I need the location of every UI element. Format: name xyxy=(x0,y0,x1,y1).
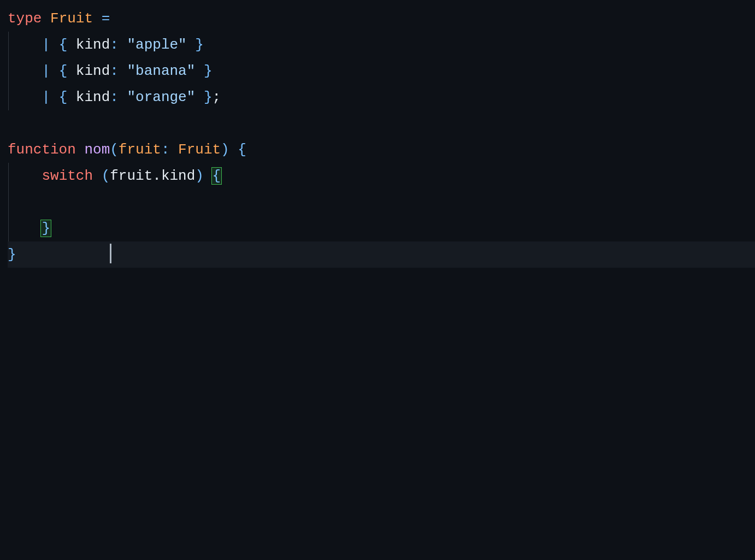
function-name: nom xyxy=(84,142,110,158)
code-line[interactable]: | { kind: "apple" } xyxy=(8,32,755,58)
equals-operator: = xyxy=(102,10,110,27)
open-paren: ( xyxy=(102,168,110,184)
close-brace: } xyxy=(8,246,16,263)
open-paren: ( xyxy=(110,142,119,158)
code-line[interactable]: function nom(fruit: Fruit) { xyxy=(8,137,755,163)
union-pipe: | xyxy=(42,89,50,105)
bracket-match-open: { xyxy=(211,167,222,185)
union-pipe: | xyxy=(42,63,50,79)
code-line[interactable]: | { kind: "orange" }; xyxy=(8,84,755,110)
keyword-switch: switch xyxy=(42,168,93,184)
close-paren: ) xyxy=(221,142,229,158)
parameter-name: fruit xyxy=(119,142,161,158)
property-access: kind xyxy=(161,168,195,184)
property-kind: kind xyxy=(76,63,110,79)
keyword-function: function xyxy=(8,142,76,158)
string-literal: "orange" xyxy=(127,89,196,105)
code-editor[interactable]: type Fruit = | { kind: "apple" } | { kin… xyxy=(0,0,755,268)
open-brace: { xyxy=(59,89,68,105)
variable-name: fruit xyxy=(110,168,152,184)
code-line-active[interactable] xyxy=(8,189,755,215)
close-brace: } xyxy=(195,37,204,53)
code-line[interactable] xyxy=(8,110,755,137)
union-pipe: | xyxy=(42,37,50,53)
text-cursor xyxy=(110,244,111,263)
code-line[interactable]: type Fruit = xyxy=(8,5,755,32)
close-paren: ) xyxy=(195,168,204,184)
string-literal: "apple" xyxy=(127,37,187,53)
code-line[interactable]: } xyxy=(8,241,755,268)
open-brace: { xyxy=(59,63,68,79)
type-reference: Fruit xyxy=(178,142,221,158)
code-line[interactable]: | { kind: "banana" } xyxy=(8,58,755,84)
property-kind: kind xyxy=(76,89,110,105)
open-brace: { xyxy=(59,37,68,53)
semicolon: ; xyxy=(213,89,221,105)
code-line[interactable]: } xyxy=(8,215,755,241)
close-brace: } xyxy=(204,63,213,79)
open-brace: { xyxy=(238,142,246,158)
bracket-match-close: } xyxy=(40,220,51,237)
type-name: Fruit xyxy=(50,10,93,27)
string-literal: "banana" xyxy=(127,63,196,79)
property-kind: kind xyxy=(76,37,110,53)
code-line[interactable]: switch (fruit.kind) { xyxy=(8,163,755,189)
keyword-type: type xyxy=(8,10,42,27)
close-brace: } xyxy=(204,89,213,105)
